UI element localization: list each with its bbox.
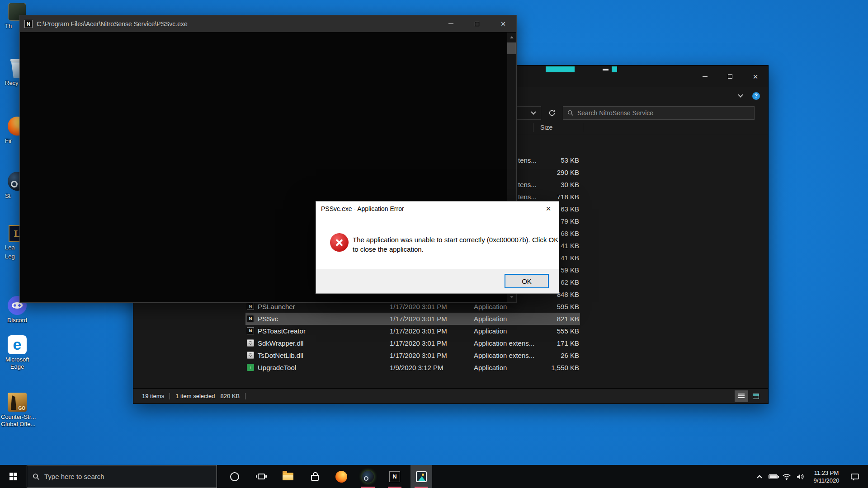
volume-button[interactable] <box>793 465 807 488</box>
column-separator[interactable] <box>533 123 533 132</box>
console-titlebar[interactable]: N C:\Program Files\Acer\NitroSense Servi… <box>20 15 516 32</box>
wifi-icon <box>782 473 791 480</box>
file-size: 30 KB <box>522 178 579 191</box>
desktop-icon-label: Global Offe... <box>1 421 33 428</box>
column-separator[interactable] <box>583 123 583 132</box>
active-window-button[interactable] <box>410 465 432 488</box>
file-name: UpgradeTool <box>258 361 296 374</box>
steam-icon <box>362 471 374 483</box>
dialog-titlebar[interactable]: PSSvc.exe - Application Error × <box>316 202 559 216</box>
file-size: 595 KB <box>522 300 579 313</box>
taskbar: N 11:23 PM 9/11/2020 <box>0 465 868 488</box>
taskbar-search-input[interactable] <box>44 473 211 480</box>
console-title: C:\Program Files\Acer\NitroSense Service… <box>37 20 438 28</box>
file-row[interactable]: PSSvc 1/17/2020 3:01 PM Application 821 … <box>133 313 768 325</box>
explorer-close-button[interactable]: × <box>743 66 768 87</box>
store-bag-icon <box>311 475 319 481</box>
hidden-icons-button[interactable] <box>753 465 766 488</box>
firefox-button[interactable] <box>330 465 352 488</box>
file-size: 26 KB <box>522 349 579 361</box>
file-row[interactable]: TsDotNetLib.dll 1/17/2020 3:01 PM Applic… <box>133 349 768 361</box>
steam-button[interactable] <box>357 465 379 488</box>
file-size: 555 KB <box>522 325 579 337</box>
taskbar-search[interactable] <box>27 465 217 488</box>
file-size: 1,550 KB <box>522 361 579 374</box>
explorer-search[interactable] <box>563 106 755 120</box>
maximize-icon <box>475 22 479 26</box>
titlebar-accent-dash <box>603 69 609 70</box>
file-type: Application <box>474 313 507 325</box>
file-size: 171 KB <box>522 337 579 349</box>
volume-icon <box>796 473 804 480</box>
start-button[interactable] <box>0 465 27 488</box>
file-row[interactable]: SdkWrapper.dll 1/17/2020 3:01 PM Applica… <box>133 337 768 349</box>
file-size: 290 KB <box>522 166 579 178</box>
minimize-icon <box>703 76 708 77</box>
error-icon <box>330 233 349 252</box>
contextual-tab-accent <box>546 66 575 72</box>
ribbon-expand-chevron-icon[interactable] <box>738 92 743 97</box>
minimize-icon <box>448 23 453 24</box>
ok-button[interactable]: OK <box>505 274 549 288</box>
refresh-button[interactable] <box>545 106 559 120</box>
explorer-maximize-button[interactable] <box>717 66 743 87</box>
file-size: 821 KB <box>522 313 579 325</box>
explorer-search-input[interactable] <box>577 109 750 117</box>
desktop-icon-microsoft-edge[interactable]: Microsoft Edge <box>1 335 33 371</box>
console-close-button[interactable]: × <box>490 15 516 32</box>
system-tray: 11:23 PM 9/11/2020 <box>753 465 868 488</box>
desktop-icon-csgo[interactable]: Counter-Str... Global Offe... <box>1 393 33 428</box>
edge-icon <box>8 335 27 354</box>
nitrosense-icon: N <box>389 471 400 482</box>
address-dropdown-chevron-icon[interactable] <box>531 109 536 114</box>
thumbnail-view-button[interactable] <box>749 390 763 402</box>
status-item-count: 19 items <box>142 393 164 399</box>
microsoft-store-button[interactable] <box>304 465 326 488</box>
desktop-icon-label: Edge <box>1 363 33 371</box>
file-icon <box>247 339 254 347</box>
chevron-up-icon <box>757 475 762 480</box>
task-view-button[interactable] <box>250 465 272 488</box>
dialog-close-button[interactable]: × <box>538 202 559 216</box>
contextual-tab-accent <box>612 66 617 72</box>
scroll-down-icon[interactable] <box>510 296 514 298</box>
taskbar-clock[interactable]: 11:23 PM 9/11/2020 <box>807 469 846 484</box>
application-error-dialog: PSSvc.exe - Application Error × The appl… <box>316 201 559 294</box>
folder-icon <box>283 473 293 480</box>
battery-button[interactable] <box>766 465 780 488</box>
csgo-icon <box>8 393 27 412</box>
status-selected: 1 item selected <box>175 393 215 399</box>
nitrosense-app-icon: N <box>24 20 33 28</box>
explorer-minimize-button[interactable] <box>692 66 717 87</box>
file-row[interactable]: UpgradeTool 1/9/2020 3:12 PM Application… <box>133 361 768 374</box>
console-maximize-button[interactable] <box>464 15 490 32</box>
nitrosense-button[interactable]: N <box>384 465 406 488</box>
action-center-button[interactable] <box>846 465 864 488</box>
desktop-icon-label: Discord <box>1 317 33 324</box>
details-view-button[interactable] <box>735 390 748 402</box>
file-name: PSToastCreator <box>258 325 306 337</box>
close-icon: × <box>500 19 505 28</box>
scroll-up-icon[interactable] <box>510 36 514 38</box>
network-button[interactable] <box>780 465 793 488</box>
action-center-icon <box>850 473 859 481</box>
file-row[interactable]: PSToastCreator 1/17/2020 3:01 PM Applica… <box>133 325 768 337</box>
explorer-status-bar: 19 items 1 item selected 820 KB <box>133 388 768 404</box>
file-explorer-button[interactable] <box>277 465 299 488</box>
file-name: SdkWrapper.dll <box>258 337 303 349</box>
file-icon <box>247 364 254 371</box>
console-minimize-button[interactable] <box>438 15 464 32</box>
desktop-icon-label: Counter-Str... <box>1 413 33 421</box>
column-header-size[interactable]: Size <box>540 124 552 131</box>
help-icon[interactable]: ? <box>752 92 760 100</box>
file-date: 1/17/2020 3:01 PM <box>390 325 447 337</box>
dialog-message: The application was unable to start corr… <box>353 235 558 254</box>
cortana-button[interactable] <box>224 465 245 488</box>
close-icon: × <box>753 72 758 81</box>
desktop-icon-label: Microsoft <box>1 356 33 363</box>
battery-icon <box>769 474 778 479</box>
file-date: 1/9/2020 3:12 PM <box>390 361 443 374</box>
scrollbar-thumb[interactable] <box>507 42 516 54</box>
thumbnail-view-icon <box>753 394 759 399</box>
active-window-icon <box>416 471 427 482</box>
